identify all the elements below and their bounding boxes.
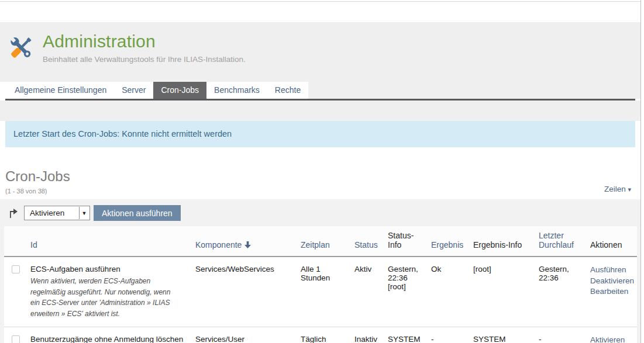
cell-status-info: Gestern, 22:36 [root] xyxy=(383,257,426,327)
top-strip xyxy=(0,0,640,22)
tab-rechte[interactable]: Rechte xyxy=(267,82,308,99)
column-header-zeitplan[interactable]: Zeitplan xyxy=(296,226,350,257)
cell-ergebnis-info: [root] xyxy=(469,257,534,327)
action-link-bearbeiten[interactable]: Bearbeiten xyxy=(590,286,632,297)
tab-benchmarks[interactable]: Benchmarks xyxy=(206,82,267,99)
cell-id: ECS-Aufgaben ausführen Wenn aktiviert, w… xyxy=(26,257,191,327)
column-header-letzter-durchlauf[interactable]: Letzter Durchlauf xyxy=(534,226,586,257)
cell-komponente: Services/WebServices xyxy=(191,257,296,327)
select-dropdown-arrow-icon: ▼ xyxy=(79,207,89,219)
cell-zeitplan: Alle 1 Stunden xyxy=(296,257,350,327)
page-header: Administration Beinhaltet alle Verwaltun… xyxy=(0,22,640,82)
column-header-komponente[interactable]: Komponente xyxy=(191,226,296,257)
tab-bar: Allgemeine Einstellungen Server Cron-Job… xyxy=(0,82,640,99)
table-row: ECS-Aufgaben ausführen Wenn aktiviert, w… xyxy=(4,257,637,327)
table-row: Benutzerzugänge ohne Anmeldung löschen A… xyxy=(4,327,637,343)
column-header-komponente-link[interactable]: Komponente xyxy=(195,240,242,250)
cell-zeitplan: Täglich xyxy=(296,327,350,343)
tab-cron-jobs[interactable]: Cron-Jobs xyxy=(153,82,206,99)
row-checkbox-cell xyxy=(4,327,26,343)
table-header-row: Id Komponente Zeitplan Status Status-Inf… xyxy=(4,226,637,257)
action-link-aktivieren[interactable]: Aktivieren xyxy=(590,335,632,343)
cell-letzter-durchlauf: - xyxy=(534,327,586,343)
cron-jobs-table-container: Aktivieren ▼ Aktionen ausführen Id Kompo… xyxy=(0,199,640,343)
cell-ergebnis-info: SYSTEM xyxy=(469,327,534,343)
cell-letzter-durchlauf: Gestern, 22:36 xyxy=(534,257,586,327)
cell-aktionen: Ausführen Deaktivieren Bearbeiten xyxy=(586,257,637,327)
administration-tools-icon xyxy=(8,34,35,61)
row-checkbox-cell xyxy=(4,257,26,327)
header-checkbox-cell xyxy=(4,226,26,257)
top-divider xyxy=(0,1,640,2)
cron-job-description: Wenn aktiviert, werden ECS-Aufgaben rege… xyxy=(30,276,186,319)
section-title: Cron-Jobs xyxy=(5,168,635,185)
cell-ergebnis: Ok xyxy=(426,257,469,327)
info-message: Letzter Start des Cron-Jobs: Konnte nich… xyxy=(5,121,635,147)
column-header-status-info: Status-Info xyxy=(383,226,426,257)
cell-id: Benutzerzugänge ohne Anmeldung löschen A… xyxy=(26,327,191,343)
column-header-status[interactable]: Status xyxy=(350,226,383,257)
action-link-deaktivieren[interactable]: Deaktivieren xyxy=(590,276,632,287)
column-header-aktionen: Aktionen xyxy=(586,226,637,257)
rows-dropdown-label: Zeilen xyxy=(604,185,626,193)
page: Administration Beinhaltet alle Verwaltun… xyxy=(0,0,641,343)
rows-dropdown[interactable]: Zeilen ▾ xyxy=(604,185,631,193)
page-subtitle: Beinhaltet alle Verwaltungstools für Ihr… xyxy=(43,55,246,64)
bulk-action-toolbar: Aktivieren ▼ Aktionen ausführen xyxy=(4,199,636,226)
cell-aktionen: Aktivieren Bearbeiten xyxy=(586,327,637,343)
cell-status-info: SYSTEM xyxy=(383,327,426,343)
cell-komponente: Services/User xyxy=(191,327,296,343)
page-title: Administration xyxy=(43,32,246,51)
cell-ergebnis: - xyxy=(426,327,469,343)
cell-status: Aktiv xyxy=(350,257,383,327)
action-link-ausfuehren[interactable]: Ausführen xyxy=(590,265,632,276)
header-gap xyxy=(0,101,640,121)
row-checkbox[interactable] xyxy=(12,265,20,273)
tab-server[interactable]: Server xyxy=(114,82,153,99)
column-header-ergebnis[interactable]: Ergebnis xyxy=(426,226,469,257)
apply-to-selection-arrow-icon xyxy=(8,207,18,219)
chevron-down-icon: ▾ xyxy=(628,186,631,193)
cron-jobs-table: Id Komponente Zeitplan Status Status-Inf… xyxy=(4,226,637,343)
cron-job-title: Benutzerzugänge ohne Anmeldung löschen xyxy=(30,335,186,343)
cell-status: Inaktiv xyxy=(350,327,383,343)
result-range: (1 - 38 von 38) xyxy=(5,188,635,195)
tab-allgemeine-einstellungen[interactable]: Allgemeine Einstellungen xyxy=(7,82,114,99)
bulk-action-select-value: Aktivieren xyxy=(25,209,79,217)
execute-actions-button[interactable]: Aktionen ausführen xyxy=(94,205,181,221)
cron-job-title: ECS-Aufgaben ausführen xyxy=(30,265,186,273)
sort-desc-icon xyxy=(244,241,251,248)
column-header-id[interactable]: Id xyxy=(26,226,191,257)
bulk-action-select[interactable]: Aktivieren ▼ xyxy=(24,206,90,220)
column-header-ergebnis-info: Ergebnis-Info xyxy=(469,226,534,257)
row-checkbox[interactable] xyxy=(12,335,20,343)
section-header: Cron-Jobs (1 - 38 von 38) Zeilen ▾ xyxy=(0,147,640,199)
